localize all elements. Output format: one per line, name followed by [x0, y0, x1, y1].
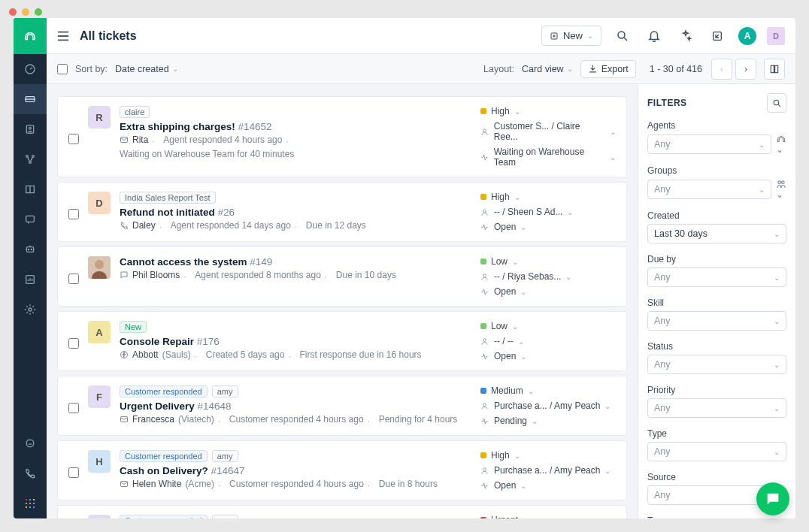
- filter-type-select[interactable]: Any⌄: [647, 442, 786, 461]
- launcher-icon[interactable]: [707, 26, 728, 47]
- status-dropdown[interactable]: Open⌄: [480, 286, 616, 297]
- status-dropdown[interactable]: Open⌄: [480, 222, 616, 232]
- app-logo[interactable]: [14, 18, 47, 54]
- nav-bots[interactable]: [14, 234, 47, 264]
- priority-dropdown[interactable]: Low⌄: [480, 321, 616, 331]
- next-page-button[interactable]: ›: [735, 59, 756, 80]
- nav-tickets[interactable]: [14, 84, 47, 114]
- profile-avatar[interactable]: A: [738, 27, 756, 45]
- group-agent-dropdown[interactable]: -- / Sheen S Ad...⌄: [480, 207, 616, 217]
- filter-groups-select[interactable]: Any⌄: [647, 180, 771, 199]
- search-icon[interactable]: [612, 26, 633, 47]
- group-agent-dropdown[interactable]: Customer S... / Claire Ree...⌄: [480, 121, 616, 142]
- filter-priority-select[interactable]: Any⌄: [647, 398, 786, 418]
- ticket-card[interactable]: A New Console Repair #176 Abbott (Sauls)…: [57, 311, 627, 371]
- nav-contacts[interactable]: [14, 114, 47, 144]
- filter-skill-select[interactable]: Any⌄: [647, 311, 786, 331]
- ticket-card[interactable]: R claire Extra shipping charges! #14652 …: [57, 96, 627, 177]
- ticket-subject-line[interactable]: Console Repair #176: [120, 336, 471, 347]
- requester-name: Helen White: [132, 479, 181, 489]
- chevron-down-icon: ⌄: [518, 337, 524, 346]
- priority-dropdown[interactable]: Medium⌄: [480, 385, 616, 396]
- chevron-down-icon: ⌄: [520, 352, 526, 361]
- group-agent-dropdown[interactable]: Purchase a... / Amy Peach⌄: [480, 401, 616, 411]
- status-dropdown[interactable]: Open⌄: [480, 351, 616, 361]
- ticket-id: #26: [218, 207, 235, 218]
- maximize-dot[interactable]: [35, 8, 42, 16]
- nav-analytics[interactable]: [14, 264, 47, 295]
- ticket-card[interactable]: H Customer respondedamy Cash on Delivery…: [57, 440, 627, 500]
- nav-phone[interactable]: [14, 458, 47, 488]
- priority-dropdown[interactable]: High⌄: [480, 106, 616, 116]
- notifications-icon[interactable]: [644, 26, 665, 47]
- sort-by-dropdown[interactable]: Date created ⌄: [115, 64, 178, 74]
- prev-page-button[interactable]: ‹: [711, 59, 732, 80]
- minimize-dot[interactable]: [22, 8, 29, 16]
- secondary-avatar[interactable]: D: [767, 27, 785, 45]
- nav-social[interactable]: [14, 144, 47, 174]
- priority-dropdown[interactable]: High⌄: [480, 450, 616, 461]
- priority-dropdown[interactable]: High⌄: [480, 192, 616, 202]
- ticket-checkbox[interactable]: [68, 325, 79, 361]
- close-dot[interactable]: [9, 8, 17, 16]
- ticket-subject-line[interactable]: Cannot access the system #149: [120, 256, 471, 268]
- priority-dropdown[interactable]: Urgent⌄: [480, 515, 616, 518]
- nav-forums[interactable]: [14, 204, 47, 234]
- chevron-down-icon: ⌄: [172, 65, 178, 73]
- nav-freddy[interactable]: [14, 428, 47, 458]
- group-me-icon[interactable]: ⌄: [776, 179, 786, 200]
- ticket-card[interactable]: F Customer respondedamy Urgent Delivery …: [57, 376, 627, 436]
- ticket-subject-line[interactable]: Urgent Delivery #14648: [120, 401, 471, 412]
- view-options-button[interactable]: [764, 59, 785, 80]
- status-dropdown[interactable]: Waiting on Warehouse Team⌄: [480, 147, 616, 168]
- ticket-card[interactable]: D India Sales Report Test Refund not ini…: [57, 182, 627, 242]
- filter-dueby-select[interactable]: Any⌄: [647, 268, 786, 287]
- select-all-checkbox[interactable]: [57, 64, 68, 74]
- ticket-meta-2: Pending for 4 hours: [379, 414, 458, 425]
- requester-avatar: R: [88, 106, 111, 128]
- filter-label-priority: Priority: [647, 385, 786, 395]
- status-dropdown[interactable]: Open⌄: [480, 480, 616, 491]
- new-button[interactable]: New ⌄: [541, 26, 601, 46]
- export-button[interactable]: Export: [580, 60, 636, 78]
- nav-solutions[interactable]: [14, 174, 47, 204]
- requester-name: Phil Blooms: [132, 270, 180, 280]
- ticket-subject-line[interactable]: Extra shipping charges! #14652: [120, 121, 471, 132]
- filter-agents-select[interactable]: Any⌄: [647, 135, 771, 154]
- filter-created-select[interactable]: Last 30 days⌄: [647, 224, 786, 243]
- ticket-checkbox[interactable]: [68, 110, 79, 168]
- nav-apps[interactable]: [14, 488, 47, 518]
- freddy-ai-icon[interactable]: [675, 26, 696, 47]
- filter-search-icon[interactable]: [767, 93, 786, 113]
- ticket-subject-line[interactable]: Refund not initiated #26: [120, 207, 471, 218]
- person-icon: [480, 273, 489, 281]
- filter-status-select[interactable]: Any⌄: [647, 355, 786, 374]
- ticket-checkbox[interactable]: [68, 390, 79, 426]
- nav-admin[interactable]: [14, 295, 47, 325]
- requester-name: Rita: [132, 135, 148, 145]
- group-agent-dropdown[interactable]: -- / Riya Sebas...⌄: [480, 271, 616, 282]
- priority-dropdown[interactable]: Low⌄: [480, 256, 616, 267]
- ticket-subject-line[interactable]: Cash on Delivery? #14647: [120, 465, 471, 476]
- chat-fab[interactable]: [756, 482, 789, 515]
- agent-me-icon[interactable]: ⌄: [776, 134, 786, 155]
- group-agent-dropdown[interactable]: -- / --⌄: [480, 336, 616, 346]
- layout-dropdown[interactable]: Card view ⌄: [522, 64, 573, 74]
- group-agent-dropdown[interactable]: Purchase a... / Amy Peach⌄: [480, 465, 616, 476]
- source-icon: [120, 221, 129, 230]
- ticket-tag: claire: [120, 106, 150, 118]
- filter-label-created: Created: [647, 210, 786, 221]
- ticket-checkbox[interactable]: [68, 455, 79, 491]
- filters-title: FILTERS: [647, 98, 687, 108]
- status-dropdown[interactable]: Pending⌄: [480, 416, 616, 426]
- ticket-card[interactable]: Cannot access the system #149 Phil Bloom…: [57, 246, 627, 307]
- menu-toggle-icon[interactable]: [57, 31, 69, 41]
- filter-label-status: Status: [647, 341, 786, 352]
- requester-name: Daley: [132, 220, 156, 231]
- ticket-meta-1: Agent responded 14 days ago: [171, 220, 291, 231]
- nav-dashboard[interactable]: [14, 54, 47, 84]
- ticket-checkbox[interactable]: [68, 261, 79, 297]
- ticket-checkbox[interactable]: [68, 196, 79, 232]
- ticket-card[interactable]: M Customer respondedamy Free delivery #1…: [57, 505, 627, 518]
- filter-label-dueby: Due by: [647, 254, 786, 264]
